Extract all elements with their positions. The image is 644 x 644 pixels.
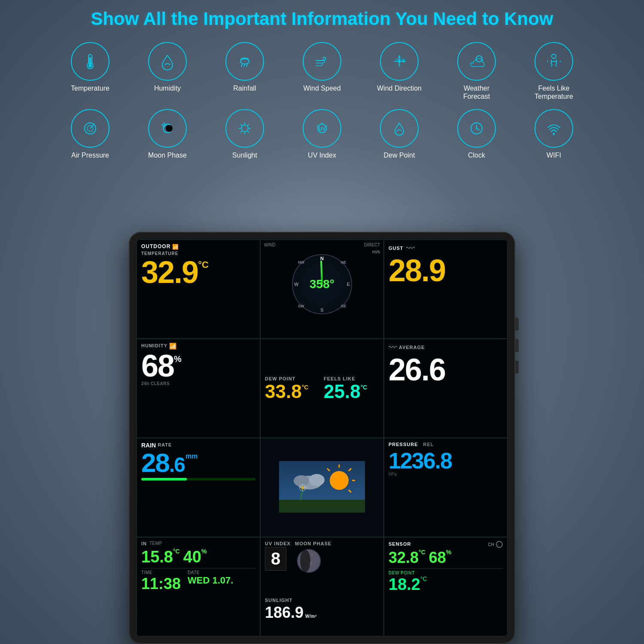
wind-direction-label: DIRECT <box>364 243 380 247</box>
temperature-icon-circle <box>71 42 109 81</box>
humidity-icon-label: Humidity <box>154 84 181 92</box>
gust-label: GUST <box>389 246 404 251</box>
uv-value: 8 <box>265 547 286 571</box>
svg-rect-46 <box>279 500 365 513</box>
moon-display <box>295 547 323 575</box>
clears-label: 24h CLEARS <box>141 381 255 386</box>
uv-section: UV INDEX 8 <box>265 541 291 596</box>
air-pressure-icon-circle <box>71 109 109 148</box>
uv-index-icon-label: UV Index <box>308 151 336 159</box>
weather-forecast-icon-label: Weather Forecast <box>451 84 502 100</box>
moon-phase-icon-circle <box>148 109 187 148</box>
compass-circle: N S E W NE NW SE SW 358° <box>292 254 352 314</box>
svg-point-26 <box>241 125 248 132</box>
compass-container: N S E W NE NW SE SW 358° <box>292 254 352 314</box>
average-value: 26.6 <box>389 354 445 385</box>
uv-label: UV INDEX <box>265 541 291 546</box>
cell-weather-scene <box>260 438 384 537</box>
moon-phase-icon-label: Moon Phase <box>148 151 187 159</box>
indoor-label: IN <box>141 541 147 546</box>
icon-temperature: Temperature <box>64 42 116 100</box>
dew-point-icon-circle <box>380 109 419 148</box>
icons-row-2: Air Pressure Moon Phase <box>17 109 627 159</box>
feels-like-value: 25.8 <box>324 382 361 401</box>
wifi-icon-label: WIFI <box>547 151 561 159</box>
date-value: WED 1.07. <box>188 575 233 586</box>
sensor-divider <box>389 568 503 569</box>
rain-value: 28.6 <box>141 450 185 476</box>
icon-rainfall: Rainfall <box>219 42 270 100</box>
rain-bar-fill <box>141 478 187 480</box>
side-button-2[interactable] <box>515 339 519 352</box>
icon-sunlight: Sunlight <box>219 109 270 159</box>
outdoor-temp-unit: °C <box>198 260 209 270</box>
icon-moon-phase: Moon Phase <box>142 109 193 159</box>
svg-point-4 <box>240 59 249 64</box>
icon-wifi: WIFI <box>528 109 580 159</box>
sensor-dew-value: 18.2 <box>389 575 420 594</box>
cell-rain: RAIN RATE 28.6 mm <box>137 438 260 537</box>
wind-speed-icon-label: Wind Speed <box>303 84 340 92</box>
indoor-temp-unit: °C <box>173 548 180 555</box>
sunlight-label: SUNLIGHT <box>265 598 379 603</box>
device-screen: OUTDOOR 📶 TEMPERATURE 32.9 °C WIND DIREC… <box>137 240 507 636</box>
cell-outdoor-temp: OUTDOOR 📶 TEMPERATURE 32.9 °C <box>137 240 260 339</box>
feels-like-icon-circle <box>535 42 573 81</box>
side-button-1[interactable] <box>515 318 519 331</box>
sensor-dew-label: DEW POINT <box>389 571 503 575</box>
svg-line-5 <box>241 64 242 67</box>
time-label: TIME <box>141 570 181 575</box>
humidity-unit: % <box>174 355 182 363</box>
feels-like-icon-label: Feels Like Temperature <box>528 84 580 100</box>
sunlight-section: SUNLIGHT 186.9 W/m² <box>265 598 379 622</box>
weather-forecast-icon-circle <box>457 42 496 81</box>
humidity-value: 68 <box>141 350 174 381</box>
compass-sw: SW <box>298 304 304 308</box>
cell-pressure: PRESSURE REL 1236.8 hPa <box>384 438 507 537</box>
compass-value: 358° <box>310 277 334 291</box>
sunlight-icon-label: Sunlight <box>232 151 257 159</box>
rainfall-icon-label: Rainfall <box>233 84 256 92</box>
average-label: AVERAGE <box>399 345 425 350</box>
svg-point-16 <box>552 54 556 58</box>
cell-uv-moon: UV INDEX 8 MOON PHASE <box>260 537 384 636</box>
icon-uv-index: UV UV Index <box>296 109 348 159</box>
dew-col: DEW POINT 33.8 °C <box>265 376 320 401</box>
air-pressure-icon-label: Air Pressure <box>71 151 109 159</box>
moon-section: MOON PHASE <box>295 541 331 596</box>
humidity-label: HUMIDITY <box>141 343 167 348</box>
svg-rect-2 <box>89 57 91 64</box>
icon-humidity: Humidity <box>142 42 193 100</box>
rain-unit: mm <box>185 453 197 460</box>
cell-dew-feels: DEW POINT 33.8 °C FEELS LIKE 25.8 °C <box>260 339 384 438</box>
svg-line-33 <box>248 124 249 125</box>
wind-direction-icon-circle: NW NE <box>380 42 419 81</box>
svg-line-38 <box>326 126 327 126</box>
dew-point-value: 33.8 <box>265 382 302 401</box>
side-button-3[interactable] <box>515 361 519 374</box>
feels-like-label: FEELS LIKE <box>324 376 379 381</box>
cell-sensor: SENSOR CH i 32.8 °C 68 <box>384 537 507 636</box>
headline: Show All the Important Information You N… <box>91 9 553 29</box>
compass-s: S <box>320 307 323 313</box>
dew-feels-row: DEW POINT 33.8 °C FEELS LIKE 25.8 °C <box>265 376 379 401</box>
top-section: Show All the Important Information You N… <box>0 0 644 249</box>
svg-point-47 <box>330 471 349 490</box>
svg-text:UV: UV <box>319 126 326 132</box>
clock-icon-label: Clock <box>468 151 485 159</box>
cell-gust: GUST 〰 28.9 <box>384 240 507 339</box>
outdoor-temp-value: 32.9 <box>141 257 198 288</box>
moon-label: MOON PHASE <box>295 541 331 546</box>
sensor-ch-icon: i <box>496 541 503 548</box>
dew-point-icon-label: Dew Point <box>384 151 415 159</box>
icon-clock: Clock <box>451 109 502 159</box>
dew-point-unit: °C <box>302 384 309 391</box>
icons-row-1: Temperature Humidity <box>17 42 627 100</box>
sensor-temp-unit: °C <box>419 549 425 556</box>
svg-line-7 <box>246 64 247 67</box>
compass-e: E <box>347 282 350 287</box>
svg-line-31 <box>240 124 242 125</box>
svg-point-3 <box>88 64 92 67</box>
indoor-humidity-value: 40 <box>183 548 201 566</box>
svg-line-34 <box>240 131 242 133</box>
